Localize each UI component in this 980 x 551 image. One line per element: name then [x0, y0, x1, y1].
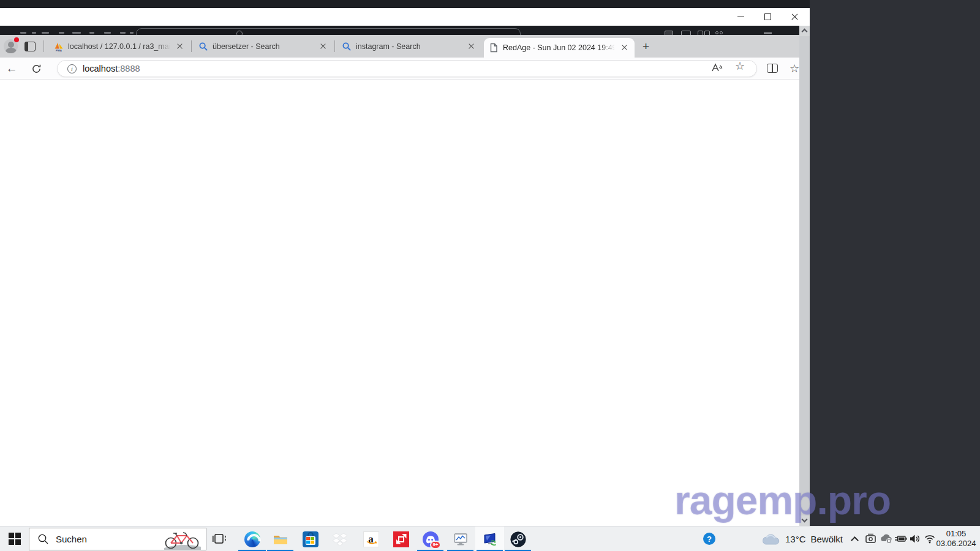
split-screen-button[interactable] [767, 64, 778, 73]
taskbar-app-edge[interactable] [238, 527, 266, 551]
start-button[interactable] [9, 533, 21, 545]
tab-title: localhost / 127.0.0.1 / ra3_main | [68, 42, 173, 51]
taskbar-app-amazon[interactable]: a [356, 527, 385, 551]
amazon-icon: a [363, 531, 379, 547]
tab-title: RedAge - Sun Jun 02 2024 19:49: [503, 43, 617, 52]
read-aloud-button[interactable] [710, 62, 724, 77]
url-text: localhost:8888 [83, 64, 140, 73]
clock-date: 03.06.2024 [936, 539, 976, 548]
favorites-bar-icon[interactable]: ☆ [790, 62, 799, 75]
volume-icon[interactable] [909, 533, 921, 544]
amd-icon [393, 531, 409, 547]
taskbar-app-remote-desktop[interactable] [475, 527, 504, 551]
scrollbar[interactable] [799, 26, 810, 526]
favorite-star-button[interactable]: ☆ [735, 59, 745, 73]
taskbar-app-microsoft-store[interactable] [296, 527, 325, 551]
reload-icon [31, 64, 42, 74]
background-search-field [136, 28, 521, 35]
profile-notification-dot [14, 37, 19, 42]
taskbar-app-dropbox[interactable] [325, 527, 354, 551]
wifi-icon[interactable] [924, 533, 936, 544]
browser-toolbar: ← i localhost:8888 ☆ ☆ [0, 58, 799, 80]
back-button[interactable]: ← [4, 61, 20, 77]
search-icon [236, 31, 243, 35]
blank-page-content [0, 80, 799, 526]
svg-text:PMA: PMA [56, 48, 62, 51]
tab-close-button[interactable] [175, 42, 185, 51]
search-icon [37, 533, 49, 545]
tab-uebersetzer-search[interactable]: übersetzer - Search [194, 35, 333, 58]
tab-title: instagram - Search [356, 42, 464, 51]
task-view-icon [212, 532, 227, 546]
file-explorer-icon [273, 531, 288, 547]
chevron-up-icon [802, 29, 808, 35]
read-aloud-icon [710, 62, 724, 74]
search-placeholder: Suchen [56, 534, 87, 544]
weather-condition: Bewölkt [811, 534, 843, 544]
discord-icon: 9+ [423, 531, 439, 547]
system-monitor-icon [453, 531, 469, 547]
tab-actions-icon[interactable] [24, 42, 36, 51]
steam-icon [510, 531, 526, 547]
search-highlight-bicycle-icon [162, 530, 203, 550]
taskbar-app-amd-software[interactable] [386, 527, 415, 551]
dropbox-icon [332, 531, 348, 547]
taskbar-app-system-monitor[interactable] [446, 527, 475, 551]
edge-icon [244, 531, 260, 547]
weather-temperature: 13°C [785, 534, 806, 544]
taskbar-app-steam[interactable] [503, 527, 532, 551]
tab-close-button[interactable] [620, 43, 630, 53]
watermark: ragemp.pro [674, 480, 891, 520]
desktop: PMA localhost / 127.0.0.1 / ra3_main | ü… [0, 0, 980, 551]
microsoft-store-icon [303, 531, 318, 547]
taskbar-search-box[interactable]: Suchen [29, 528, 206, 550]
weather-widget[interactable]: 13°C Bewölkt [761, 527, 843, 551]
cloud-icon [761, 533, 780, 545]
minimize-button[interactable] [727, 8, 754, 26]
close-button[interactable] [781, 8, 808, 26]
tab-instagram-search[interactable]: instagram - Search [337, 35, 481, 58]
tab-redage-active[interactable]: RedAge - Sun Jun 02 2024 19:49: [484, 38, 635, 58]
taskbar-app-file-explorer[interactable] [266, 527, 295, 551]
tab-close-button[interactable] [318, 42, 328, 51]
search-icon [342, 42, 352, 51]
background-window-titlebar [0, 0, 810, 8]
reload-button[interactable] [28, 61, 44, 77]
taskbar-clock[interactable]: 01:05 03.06.2024 [936, 528, 976, 548]
cast-device-icon[interactable] [865, 533, 877, 544]
help-button[interactable]: ? [703, 533, 715, 545]
tab-close-button[interactable] [467, 42, 477, 51]
maximize-icon [764, 13, 771, 20]
onedrive-cloud-icon[interactable] [880, 533, 893, 544]
task-view-button[interactable] [212, 532, 227, 546]
browser-window: PMA localhost / 127.0.0.1 / ra3_main | ü… [0, 8, 810, 526]
phpmyadmin-icon: PMA [54, 42, 64, 51]
search-icon [198, 42, 208, 51]
window-titlebar [0, 8, 810, 26]
taskbar-app-discord[interactable]: 9+ [416, 527, 445, 551]
tab-bar: PMA localhost / 127.0.0.1 / ra3_main | ü… [0, 35, 799, 58]
remote-desktop-icon [482, 531, 498, 547]
taskbar: Suchen [0, 526, 980, 551]
page-icon [489, 43, 499, 53]
scrollbar-up-button[interactable] [799, 26, 810, 36]
discord-notification-badge: 9+ [430, 541, 440, 549]
battery-charging-icon[interactable] [894, 533, 908, 544]
tray-expand-chevron-icon[interactable] [851, 536, 859, 544]
address-bar[interactable]: i localhost:8888 [57, 60, 757, 77]
site-info-icon[interactable]: i [67, 64, 77, 73]
clock-time: 01:05 [936, 528, 976, 539]
tab-phpmyadmin[interactable]: PMA localhost / 127.0.0.1 / ra3_main | [49, 35, 190, 58]
background-window-sliver [0, 26, 799, 35]
new-tab-button[interactable]: + [639, 40, 652, 53]
tab-title: übersetzer - Search [213, 42, 316, 51]
minimize-icon [737, 17, 744, 17]
maximize-button[interactable] [754, 8, 781, 26]
